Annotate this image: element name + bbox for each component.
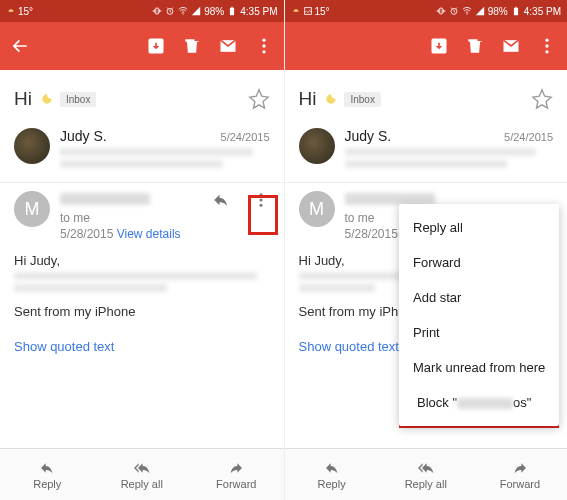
sender-avatar-letter: M [14,191,50,227]
message-date-full: 5/28/2015 [345,227,398,241]
back-icon[interactable] [10,36,30,56]
svg-rect-14 [514,8,518,16]
svg-point-7 [262,50,265,53]
reply-arrow-icon [37,460,57,476]
status-time: 4:35 PM [524,6,561,17]
email-subject: Hi [299,88,317,110]
sender-avatar [299,128,335,164]
reply-arrow-icon [322,460,342,476]
wifi-icon [462,6,472,16]
svg-point-10 [259,204,262,207]
reply-all-button[interactable]: Reply all [379,449,473,500]
body-signature: Sent from my iPhone [14,304,270,319]
delete-icon[interactable] [465,36,485,56]
svg-rect-2 [230,8,234,16]
sender-name: Judy S. [345,128,392,144]
moon-icon [324,92,338,106]
svg-point-5 [262,39,265,42]
inbox-chip: Inbox [344,92,380,107]
message-overflow-icon[interactable] [252,191,270,209]
vibrate-icon [152,6,162,16]
body-greeting: Hi Judy, [14,253,270,268]
star-icon[interactable] [531,88,553,110]
content-area: Hi Inbox Judy S. 5/24/2015 M [0,70,284,448]
svg-point-9 [259,199,262,202]
menu-forward[interactable]: Forward [399,245,559,280]
message-date: 5/24/2015 [221,131,270,143]
overflow-icon[interactable] [537,36,557,56]
forward-button[interactable]: Forward [189,449,284,500]
svg-point-1 [183,13,184,14]
menu-block-sender[interactable]: Block "os" [403,385,555,420]
overflow-icon[interactable] [254,36,274,56]
forward-arrow-icon [510,460,530,476]
sender-avatar-letter: M [299,191,335,227]
app-bar [0,22,284,70]
weather-icon [6,6,16,16]
email-subject: Hi [14,88,32,110]
menu-reply-all[interactable]: Reply all [399,210,559,245]
archive-icon[interactable] [146,36,166,56]
menu-add-star[interactable]: Add star [399,280,559,315]
status-temp: 15° [18,6,33,17]
block-name-redacted [457,398,513,409]
menu-mark-unread[interactable]: Mark unread from here [399,350,559,385]
svg-point-19 [545,50,548,53]
reply-button[interactable]: Reply [0,449,95,500]
alarm-icon [449,6,459,16]
wifi-icon [178,6,188,16]
bottom-action-bar: Reply Reply all Forward [0,448,284,500]
mail-icon[interactable] [218,36,238,56]
svg-point-17 [545,39,548,42]
inbox-chip: Inbox [60,92,96,107]
archive-icon[interactable] [429,36,449,56]
reply-icon[interactable] [212,191,230,209]
battery-icon [511,6,521,16]
message-date-full: 5/28/2015 [60,227,113,241]
menu-print[interactable]: Print [399,315,559,350]
battery-icon [227,6,237,16]
svg-rect-15 [515,7,517,8]
message-body: Hi Judy, Sent from my iPhone [0,241,284,335]
bottom-action-bar: Reply Reply all Forward [285,448,568,500]
moon-icon [40,92,54,106]
star-icon[interactable] [248,88,270,110]
view-details-link[interactable]: View details [117,227,181,241]
status-battery: 98% [488,6,508,17]
reply-all-arrow-icon [416,460,436,476]
weather-icon [291,6,301,16]
preview-snippet [345,148,554,168]
forward-button[interactable]: Forward [473,449,567,500]
collapsed-message[interactable]: Judy S. 5/24/2015 [285,120,568,182]
svg-point-8 [259,193,262,196]
status-battery: 98% [204,6,224,17]
message-date: 5/24/2015 [504,131,553,143]
svg-point-6 [262,44,265,47]
status-bar: 15° 98% 4:35 PM [0,0,284,22]
content-area: Hi Inbox Judy S. 5/24/2015 M [285,70,568,448]
signal-icon [475,6,485,16]
reply-all-arrow-icon [132,460,152,476]
reply-all-button[interactable]: Reply all [95,449,190,500]
show-quoted-link[interactable]: Show quoted text [0,335,284,364]
screen-left: 15° 98% 4:35 PM Hi Inbox [0,0,284,500]
status-bar: 15° 98% 4:35 PM [285,0,568,22]
preview-snippet [60,148,270,168]
screenshot-icon [303,6,313,16]
recipient-line: to me [60,211,202,225]
status-time: 4:35 PM [240,6,277,17]
svg-point-18 [545,44,548,47]
collapsed-message[interactable]: Judy S. 5/24/2015 [0,120,284,182]
expanded-message-header: M to me 5/28/2015 View details [0,183,284,241]
screen-right: 15° 98% 4:35 PM Hi Inbox [284,0,568,500]
vibrate-icon [436,6,446,16]
sender-name: Judy S. [60,128,107,144]
delete-icon[interactable] [182,36,202,56]
sender-avatar [14,128,50,164]
status-temp: 15° [315,6,330,17]
app-bar [285,22,568,70]
reply-button[interactable]: Reply [285,449,379,500]
svg-point-13 [466,13,467,14]
mail-icon[interactable] [501,36,521,56]
svg-rect-3 [231,7,233,8]
